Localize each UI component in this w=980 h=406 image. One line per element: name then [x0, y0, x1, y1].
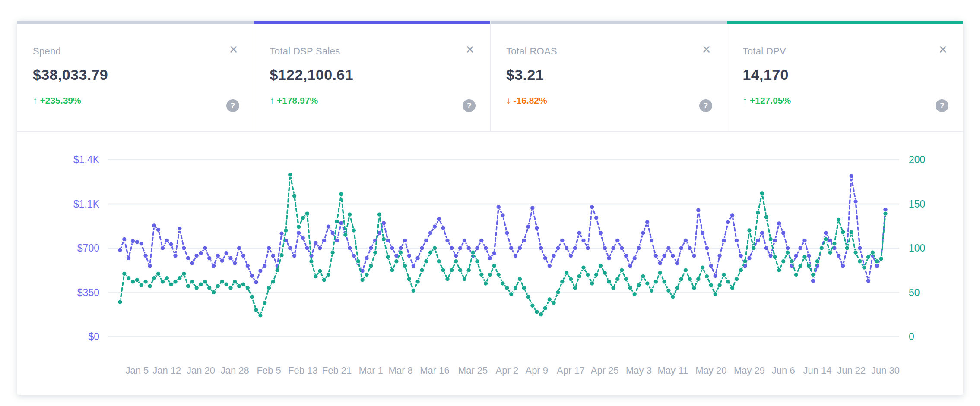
svg-text:Jun 30: Jun 30 [871, 365, 900, 376]
card-accent-bar [491, 21, 727, 24]
arrow-up-icon: ↑ [270, 95, 275, 106]
svg-text:50: 50 [909, 287, 920, 298]
card-change: ↓ -16.82% [506, 95, 712, 106]
svg-text:Jan 5: Jan 5 [125, 365, 149, 376]
svg-text:Jan 12: Jan 12 [152, 365, 181, 376]
card-accent-bar [17, 21, 254, 24]
svg-text:$1.4K: $1.4K [73, 154, 100, 165]
metric-card-total-dsp-sales[interactable]: Total DSP Sales ✕ $122,100.61 ↑ +178.97%… [254, 21, 491, 131]
dual-axis-line-chart: $1.4K200$1.1K150$700100$35050$00Jan 5Jan… [17, 132, 963, 395]
help-icon[interactable]: ? [463, 99, 476, 112]
svg-text:May 11: May 11 [658, 365, 688, 376]
card-value: $38,033.79 [33, 66, 239, 83]
svg-text:Jun 14: Jun 14 [803, 365, 831, 376]
svg-text:Apr 2: Apr 2 [496, 365, 519, 376]
svg-text:May 3: May 3 [626, 365, 652, 376]
change-percent: +235.39% [40, 95, 81, 106]
svg-text:May 20: May 20 [695, 365, 726, 376]
svg-text:Mar 16: Mar 16 [420, 365, 449, 376]
svg-text:100: 100 [909, 242, 925, 254]
svg-text:Mar 25: Mar 25 [458, 365, 488, 376]
card-value: 14,170 [743, 66, 949, 83]
arrow-down-icon: ↓ [506, 95, 511, 106]
svg-text:Mar 1: Mar 1 [359, 365, 383, 376]
svg-text:$700: $700 [77, 242, 99, 254]
metric-card-total-dpv[interactable]: Total DPV ✕ 14,170 ↑ +127.05% ? [727, 21, 964, 131]
svg-text:Feb 13: Feb 13 [288, 365, 318, 376]
change-percent: -16.82% [514, 95, 547, 106]
card-title: Spend [33, 46, 239, 57]
change-percent: +127.05% [750, 95, 791, 106]
time-series-chart: $1.4K200$1.1K150$700100$35050$00Jan 5Jan… [17, 132, 963, 395]
svg-text:Jun 6: Jun 6 [772, 365, 795, 376]
metric-card-total-roas[interactable]: Total ROAS ✕ $3.21 ↓ -16.82% ? [490, 21, 727, 131]
svg-text:Jan 20: Jan 20 [187, 365, 215, 376]
card-title: Total DSP Sales [270, 46, 476, 57]
card-accent-bar [727, 21, 964, 24]
change-percent: +178.97% [277, 95, 318, 106]
card-change: ↑ +178.97% [270, 95, 476, 106]
help-icon[interactable]: ? [699, 99, 712, 112]
help-icon[interactable]: ? [226, 99, 239, 112]
svg-text:0: 0 [909, 331, 914, 342]
card-change: ↑ +235.39% [33, 95, 239, 106]
card-change: ↑ +127.05% [743, 95, 949, 106]
svg-text:Apr 9: Apr 9 [525, 365, 548, 376]
svg-text:Apr 17: Apr 17 [557, 365, 585, 376]
svg-text:May 29: May 29 [734, 365, 765, 376]
metric-card-spend[interactable]: Spend ✕ $38,033.79 ↑ +235.39% ? [17, 21, 254, 131]
svg-text:Jan 28: Jan 28 [221, 365, 249, 376]
svg-text:Feb 21: Feb 21 [322, 365, 352, 376]
arrow-up-icon: ↑ [33, 95, 38, 106]
svg-text:Jun 22: Jun 22 [837, 365, 866, 376]
svg-text:Feb 5: Feb 5 [257, 365, 281, 376]
svg-text:200: 200 [909, 154, 925, 165]
close-icon[interactable]: ✕ [229, 44, 238, 55]
close-icon[interactable]: ✕ [938, 44, 948, 55]
metric-cards-row: Spend ✕ $38,033.79 ↑ +235.39% ? Total DS… [17, 21, 963, 132]
close-icon[interactable]: ✕ [702, 44, 711, 55]
card-value: $3.21 [506, 66, 712, 83]
svg-text:$0: $0 [88, 331, 99, 342]
card-title: Total DPV [743, 46, 949, 57]
close-icon[interactable]: ✕ [465, 44, 475, 55]
svg-text:Mar 8: Mar 8 [389, 365, 413, 376]
help-icon[interactable]: ? [936, 99, 948, 112]
card-title: Total ROAS [506, 46, 712, 57]
arrow-up-icon: ↑ [743, 95, 748, 106]
svg-text:$350: $350 [77, 287, 99, 298]
svg-text:150: 150 [909, 198, 925, 210]
svg-text:Apr 25: Apr 25 [591, 365, 619, 376]
dashboard-panel: Spend ✕ $38,033.79 ↑ +235.39% ? Total DS… [17, 21, 963, 395]
card-value: $122,100.61 [270, 66, 476, 83]
svg-text:$1.1K: $1.1K [73, 198, 100, 210]
card-accent-bar [254, 21, 491, 24]
